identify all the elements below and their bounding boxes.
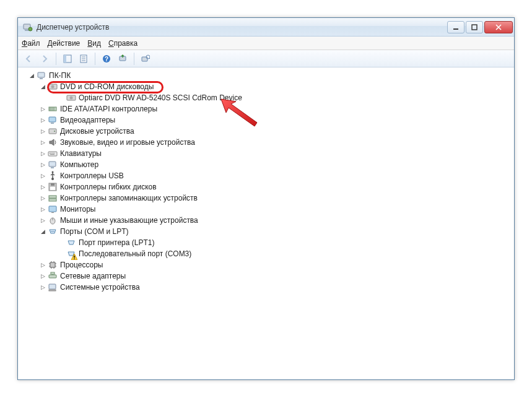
expand-icon[interactable]: ▷ [39,261,46,269]
tree-ports-category[interactable]: ◢ Порты (COM и LPT) [23,226,514,237]
expand-icon[interactable]: ▷ [39,205,46,213]
port-warning-icon [66,249,76,259]
expand-icon[interactable]: ▷ [39,105,46,113]
svg-rect-43 [49,196,56,198]
tree-item-label: Контроллеры запоминающих устройств [60,194,198,202]
menu-file[interactable]: Файл [22,39,40,48]
app-icon [23,22,33,32]
tree-item-label: Клавиатуры [60,149,102,158]
keyboard-icon [48,149,58,158]
tree-item-label: Видеоадаптеры [60,116,115,124]
toolbar-show-hide-button[interactable] [61,52,74,66]
tree-monitor-category[interactable]: ▷ Мониторы [23,204,514,215]
tree-item-label: Порты (COM и LPT) [60,227,129,236]
sound-icon [48,137,58,147]
tree-item-label: IDE ATA/ATAPI контроллеры [60,105,157,113]
toolbar: ? [18,50,514,67]
svg-rect-4 [472,25,477,30]
expand-icon[interactable]: ▷ [39,183,46,191]
tree-usb-category[interactable]: ▷ Контроллеры USB [23,170,514,181]
collapse-icon[interactable]: ◢ [39,83,46,90]
svg-rect-29 [49,129,56,134]
expand-icon[interactable]: ▷ [39,217,46,224]
svg-rect-52 [74,256,74,258]
toolbar-separator [134,53,134,65]
tree-video-category[interactable]: ▷ Видеоадаптеры [23,115,514,126]
tree-sound-category[interactable]: ▷ Звуковые, видео и игровые устройства [23,137,514,148]
tree-item-label: Мониторы [60,205,95,214]
tree-root[interactable]: ◢ ПК-ПК [23,70,514,81]
tree-system-category[interactable]: ▷ Системные устройства [23,282,514,293]
maximize-button[interactable] [466,21,483,33]
svg-rect-28 [51,123,54,124]
tree-item-label: Контроллеры USB [60,171,124,180]
expand-icon[interactable]: ▷ [39,116,46,124]
menu-help[interactable]: Справка [108,39,137,48]
menu-view[interactable]: Вид [87,39,101,48]
expand-icon[interactable]: ▷ [39,172,46,180]
disc-drive-icon [66,93,76,103]
toolbar-forward-button[interactable] [38,52,51,66]
tree-dvd-label: DVD и CD-ROM дисководы [60,82,154,91]
svg-rect-35 [50,154,55,155]
tree-computer-category[interactable]: ▷ Компьютер [23,159,514,170]
tree-mouse-category[interactable]: ▷ Мыши и иные указывающие устройства [23,215,514,226]
spacer [58,239,65,246]
tree-item-label: Последовательный порт (COM3) [79,249,191,258]
expand-icon[interactable]: ▷ [39,161,46,168]
tree-storage-category[interactable]: ▷ Контроллеры запоминающих устройств [23,193,514,204]
expand-icon[interactable]: ▷ [39,128,46,135]
port-icon [66,238,76,248]
storage-controller-icon [48,193,58,203]
tree-lpt-port[interactable]: Порт принтера (LPT1) [23,237,514,248]
toolbar-properties-button[interactable] [77,52,90,66]
toolbar-legacy-button[interactable] [139,52,152,66]
toolbar-help-button[interactable]: ? [100,52,113,66]
network-icon [48,271,58,281]
disc-drive-icon [48,82,58,92]
expand-icon[interactable]: ▷ [39,150,46,157]
svg-point-38 [51,178,54,180]
svg-rect-42 [50,187,55,190]
tree-disk-category[interactable]: ▷ Дисковые устройства [23,126,514,137]
tree-keyboard-category[interactable]: ▷ Клавиатуры [23,148,514,159]
window-buttons [447,21,513,33]
tree-dvd-category[interactable]: ◢ DVD и CD-ROM дисководы [23,81,514,92]
collapse-icon[interactable]: ◢ [28,72,35,79]
titlebar: Диспетчер устройств [18,18,514,37]
expand-icon[interactable]: ▷ [39,283,46,291]
expand-icon[interactable]: ▷ [39,194,46,202]
spacer [58,94,65,102]
device-manager-window: Диспетчер устройств Файл Действие Вид Сп… [17,17,515,380]
device-tree[interactable]: ◢ ПК-ПК ◢ DVD и CD-ROM дисководы [18,67,514,379]
collapse-icon[interactable]: ◢ [39,228,46,235]
toolbar-back-button[interactable] [22,52,35,66]
mouse-icon [48,215,58,225]
minimize-button[interactable] [447,21,464,33]
svg-rect-32 [50,153,51,154]
tree-item-label: Мыши и иные указывающие устройства [60,216,198,225]
svg-rect-54 [50,262,55,267]
svg-rect-33 [51,153,53,154]
tree-ide-category[interactable]: ▷ IDE ATA/ATAPI контроллеры [23,103,514,115]
svg-rect-36 [49,162,56,167]
tree-dvd-device[interactable]: Optiarc DVD RW AD-5240S SCSI CdRom Devic… [23,92,514,103]
usb-icon [48,171,58,181]
tree-item-label: Системные устройства [60,283,140,292]
svg-rect-6 [64,55,66,63]
tree-com-port[interactable]: Последовательный порт (COM3) [23,248,514,259]
svg-rect-63 [49,275,56,278]
cpu-icon [48,260,58,270]
display-adapter-icon [48,115,58,125]
menu-action[interactable]: Действие [48,39,81,48]
svg-rect-31 [48,152,57,156]
expand-icon[interactable]: ▷ [39,139,46,146]
toolbar-scan-button[interactable] [116,52,129,66]
tree-network-category[interactable]: ▷ Сетевые адаптеры [23,270,514,282]
close-button[interactable] [484,21,513,33]
svg-line-16 [149,58,150,59]
tree-floppy-category[interactable]: ▷ Контроллеры гибких дисков [23,181,514,193]
expand-icon[interactable]: ▷ [39,272,46,280]
tree-cpu-category[interactable]: ▷ Процессоры [23,259,514,270]
svg-point-2 [28,27,32,31]
